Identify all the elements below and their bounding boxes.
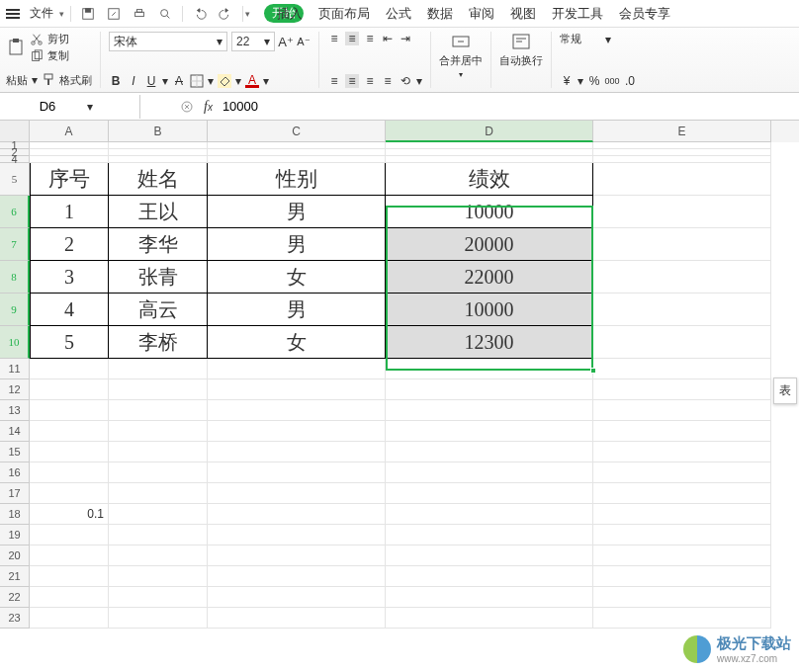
cell[interactable]: 性别 [208,163,386,196]
row-header[interactable]: 10 [0,326,30,359]
cell[interactable] [208,546,386,566]
col-header-C[interactable]: C [208,121,386,142]
indent-decrease-icon[interactable]: ⇤ [381,32,395,45]
row-header[interactable]: 6 [0,196,30,228]
tab-review[interactable]: 审阅 [469,5,494,23]
cell[interactable] [109,359,208,379]
cell[interactable] [208,421,386,442]
align-bottom-icon[interactable]: ≡ [363,32,377,45]
cell[interactable] [386,421,593,442]
cell[interactable] [386,525,593,546]
cell[interactable] [30,462,109,483]
cell[interactable] [386,462,593,483]
cell[interactable]: 0.1 [30,504,109,525]
cell[interactable] [208,400,386,421]
row-header[interactable]: 7 [0,228,30,261]
cell[interactable] [109,546,208,566]
tab-data[interactable]: 数据 [427,5,453,23]
cell[interactable] [30,400,109,421]
cancel-formula-icon[interactable] [180,100,194,114]
cell[interactable] [208,483,386,504]
cell[interactable] [208,442,386,462]
row-header[interactable]: 21 [0,566,30,587]
fill-handle[interactable] [590,368,596,374]
align-center-icon[interactable]: ≡ [345,74,359,88]
align-top-icon[interactable]: ≡ [327,32,341,45]
font-size-select[interactable]: 22▾ [231,32,275,51]
cell[interactable] [593,156,771,163]
cell[interactable] [109,483,208,504]
cell[interactable]: 李华 [109,228,208,261]
chevron-down-icon[interactable]: ▾ [87,100,93,114]
cell[interactable] [109,608,208,629]
row-header[interactable]: 13 [0,400,30,421]
orientation-icon[interactable]: ⟲ [399,74,412,88]
tab-pagelayout[interactable]: 页面布局 [318,5,370,23]
cell[interactable] [109,149,208,156]
cell[interactable]: 王以 [109,196,208,228]
cell[interactable] [593,421,771,442]
row-header[interactable]: 17 [0,483,30,504]
comma-icon[interactable]: 000 [605,74,619,88]
font-name-select[interactable]: 宋体▾ [109,32,227,51]
cell[interactable] [208,149,386,156]
cell[interactable] [30,421,109,442]
cell[interactable]: 张青 [109,261,208,294]
cell[interactable] [208,359,386,379]
cell[interactable] [593,149,771,156]
formula-input[interactable] [222,99,618,114]
cell[interactable]: 12300 [386,326,593,359]
cell[interactable]: 李桥 [109,326,208,359]
row-header[interactable]: 18 [0,504,30,525]
row-header[interactable]: 5 [0,163,30,196]
cell[interactable]: 姓名 [109,163,208,196]
italic-button[interactable]: I [127,74,140,88]
fx-icon[interactable]: fx [204,99,213,115]
cell[interactable] [593,587,771,608]
cell[interactable]: 22000 [386,261,593,294]
row-header[interactable]: 23 [0,608,30,629]
cell[interactable]: 2 [30,228,109,261]
cell[interactable]: 高云 [109,294,208,326]
cell[interactable] [30,379,109,400]
cell[interactable] [30,525,109,546]
cell[interactable] [593,566,771,587]
cell[interactable] [386,504,593,525]
fill-color-button[interactable] [218,74,231,88]
cell[interactable] [386,379,593,400]
copy-button[interactable]: 复制 [30,48,69,63]
row-header[interactable]: 19 [0,525,30,546]
cell[interactable] [30,546,109,566]
cell[interactable] [386,546,593,566]
name-box[interactable]: ▾ [0,95,140,119]
cell[interactable] [30,149,109,156]
row-header[interactable]: 16 [0,462,30,483]
cell[interactable]: 4 [30,294,109,326]
align-justify-icon[interactable]: ≡ [381,74,395,88]
cell[interactable] [208,462,386,483]
cell[interactable] [386,400,593,421]
cell[interactable]: 1 [30,196,109,228]
cell[interactable] [593,400,771,421]
increase-decimal-icon[interactable]: .0 [623,74,637,88]
increase-font-icon[interactable]: A⁺ [279,35,293,48]
cell[interactable] [109,462,208,483]
tab-devtools[interactable]: 开发工具 [552,5,603,23]
cell[interactable] [109,421,208,442]
cell[interactable]: 10000 [386,196,593,228]
cell-reference-input[interactable] [8,99,87,114]
cell[interactable] [386,156,593,163]
cell[interactable] [208,379,386,400]
underline-button[interactable]: U [144,74,158,88]
border-button[interactable] [190,74,204,88]
currency-icon[interactable]: ¥ [560,74,574,88]
row-header[interactable]: 9 [0,294,30,326]
strikethrough-button[interactable]: A [172,74,186,88]
col-header-B[interactable]: B [109,121,208,142]
cell[interactable] [386,608,593,629]
cell[interactable] [109,504,208,525]
cell[interactable] [208,608,386,629]
cell[interactable] [208,504,386,525]
cell[interactable] [208,142,386,149]
cell[interactable] [593,359,771,379]
